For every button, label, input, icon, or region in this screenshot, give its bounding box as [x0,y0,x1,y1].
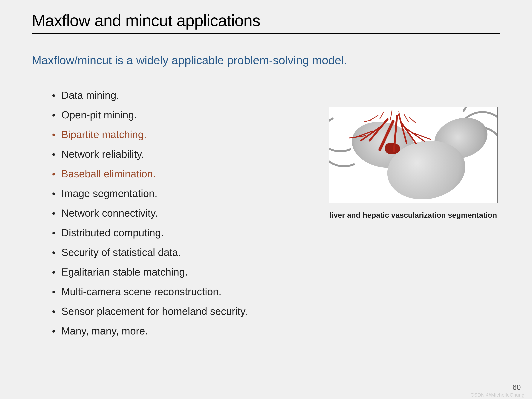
list-item: Image segmentation. [52,188,323,199]
list-item: Data mining. [52,90,323,101]
list-item: Distributed computing. [52,228,323,238]
figure: liver and hepatic vascularization segmen… [326,107,500,219]
list-item: Network reliability. [52,149,323,159]
list-item: Multi-camera scene reconstruction. [52,287,323,297]
slide-subtitle: Maxflow/mincut is a widely applicable pr… [32,53,500,67]
title-divider [32,33,500,34]
list-item: Many, many, more. [52,326,323,336]
bullet-list: Data mining.Open-pit mining.Bipartite ma… [32,90,323,346]
figure-caption: liver and hepatic vascularization segmen… [326,211,500,219]
list-item: Sensor placement for homeland security. [52,306,323,317]
list-item: Security of statistical data. [52,247,323,258]
figure-image [329,107,498,203]
content-row: Data mining.Open-pit mining.Bipartite ma… [32,90,500,346]
list-item: Bipartite matching. [52,129,323,140]
slide-title: Maxflow and mincut applications [32,11,500,30]
list-item: Baseball elimination. [52,169,323,179]
slide: Maxflow and mincut applications Maxflow/… [0,0,532,399]
list-item: Open-pit mining. [52,110,323,120]
page-number: 60 [513,383,521,392]
watermark: CSDN @MichelleChung [470,392,525,398]
list-item: Network connectivity. [52,208,323,218]
list-item: Egalitarian stable matching. [52,267,323,277]
